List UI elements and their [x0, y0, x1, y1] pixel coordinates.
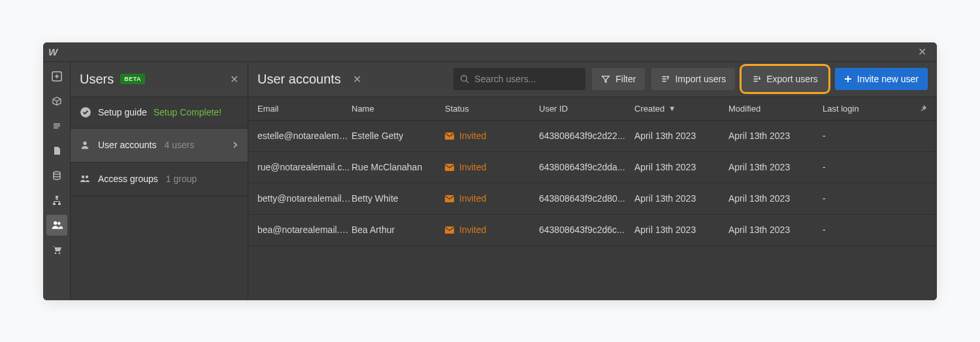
close-icon[interactable]: ✕ — [913, 43, 932, 61]
panel-close-icon[interactable]: ✕ — [230, 73, 238, 86]
sidebar-item-user-accounts[interactable]: User accounts 4 users — [71, 129, 248, 163]
status-text: Invited — [459, 225, 486, 235]
svg-rect-2 — [56, 196, 58, 198]
svg-rect-3 — [53, 203, 56, 205]
table-body: estelle@notarealema...Estelle GettyInvit… — [248, 121, 937, 246]
sort-desc-icon: ▼ — [668, 104, 676, 112]
search-icon — [460, 74, 469, 84]
rail-add-icon[interactable] — [46, 66, 67, 87]
search-input-wrapper[interactable] — [453, 68, 585, 90]
cell-status: Invited — [445, 131, 539, 141]
toolbar: User accounts ✕ Filter — [248, 62, 937, 97]
invite-user-button[interactable]: Invite new user — [835, 68, 928, 90]
nav-count: 1 group — [166, 174, 197, 184]
plus-icon — [844, 75, 852, 83]
table-row[interactable]: betty@notarealemail....Betty WhiteInvite… — [248, 183, 937, 215]
col-modified[interactable]: Modified — [728, 104, 823, 114]
col-status[interactable]: Status — [445, 104, 539, 114]
import-label: Import users — [675, 74, 726, 84]
cell-name: Betty White — [351, 193, 445, 204]
cell-user-id: 643808643f9c2d22... — [539, 131, 634, 141]
col-user-id[interactable]: User ID — [539, 104, 634, 114]
svg-point-13 — [461, 76, 467, 82]
svg-point-5 — [54, 221, 57, 224]
cell-created: April 13th 2023 — [634, 131, 728, 141]
cell-created: April 13th 2023 — [634, 162, 728, 172]
invite-label: Invite new user — [857, 74, 919, 84]
setup-guide-row[interactable]: Setup guide Setup Complete! — [71, 97, 248, 129]
nav-label: User accounts — [98, 140, 156, 150]
cell-name: Rue McClanahan — [351, 162, 445, 172]
cell-email: betty@notarealemail.... — [257, 193, 351, 204]
svg-point-6 — [57, 221, 61, 225]
cell-status: Invited — [445, 162, 539, 172]
col-name[interactable]: Name — [351, 104, 445, 114]
svg-point-12 — [86, 176, 88, 178]
check-circle-icon — [80, 106, 91, 118]
rail-cart-icon[interactable] — [46, 240, 67, 260]
cell-modified: April 13th 2023 — [728, 225, 823, 235]
svg-point-11 — [82, 176, 84, 178]
filter-button[interactable]: Filter — [592, 68, 645, 90]
cell-email: bea@notarealemail.c... — [257, 225, 351, 235]
panel-header: Users BETA ✕ — [71, 62, 248, 97]
status-text: Invited — [459, 162, 486, 172]
filter-label: Filter — [615, 74, 636, 84]
sidebar-item-access-groups[interactable]: Access groups 1 group — [71, 163, 248, 196]
cell-status: Invited — [445, 225, 539, 235]
cell-created: April 13th 2023 — [634, 225, 728, 235]
cell-status: Invited — [445, 193, 539, 204]
table-row[interactable]: estelle@notarealema...Estelle GettyInvit… — [248, 121, 937, 152]
panel-title: Users — [80, 72, 114, 87]
rail-sitemap-icon[interactable] — [46, 190, 67, 211]
export-label: Export users — [766, 74, 818, 84]
rail-database-icon[interactable] — [46, 165, 67, 186]
cell-email: estelle@notarealema... — [257, 131, 351, 141]
rail-page-icon[interactable] — [46, 140, 67, 161]
svg-point-7 — [54, 252, 56, 254]
svg-point-1 — [54, 172, 60, 174]
table-row[interactable]: rue@notarealemail.c...Rue McClanahanInvi… — [248, 152, 937, 183]
cell-user-id: 643808643f9c2d6c... — [539, 225, 634, 235]
col-created[interactable]: Created ▼ — [634, 104, 728, 114]
table-row[interactable]: bea@notarealemail.c...Bea ArthurInvited6… — [248, 215, 937, 246]
rail-list-icon[interactable] — [46, 116, 67, 136]
export-icon — [752, 74, 761, 84]
svg-point-10 — [83, 142, 86, 145]
rail-users-icon[interactable] — [46, 215, 67, 236]
cell-name: Bea Arthur — [351, 225, 445, 235]
import-users-button[interactable]: Import users — [651, 68, 735, 90]
titlebar: W ✕ — [43, 42, 937, 62]
app-window: W ✕ — [43, 42, 937, 300]
export-users-button[interactable]: Export users — [742, 66, 828, 92]
pin-icon[interactable] — [919, 104, 928, 113]
tab-close-icon[interactable]: ✕ — [350, 73, 364, 86]
cell-user-id: 643808643f9c2dda... — [539, 162, 634, 172]
col-email[interactable]: Email — [257, 104, 351, 114]
envelope-icon — [445, 195, 454, 202]
cell-modified: April 13th 2023 — [728, 193, 823, 204]
nav-label: Access groups — [98, 174, 158, 184]
nav-count: 4 users — [164, 140, 194, 150]
svg-point-8 — [58, 252, 60, 254]
left-rail — [43, 62, 71, 300]
group-icon — [80, 174, 90, 183]
envelope-icon — [445, 226, 454, 234]
svg-rect-4 — [58, 203, 61, 205]
cell-last-login: - — [823, 193, 892, 204]
col-last-login[interactable]: Last login — [823, 104, 892, 114]
page-title: User accounts — [257, 72, 341, 87]
users-panel: Users BETA ✕ Setup guide Setup Complete!… — [71, 62, 248, 300]
chevron-right-icon — [232, 142, 238, 148]
cell-modified: April 13th 2023 — [728, 131, 823, 141]
import-icon — [661, 74, 670, 84]
filter-icon — [601, 74, 610, 84]
table-header: Email Name Status User ID Created ▼ Modi… — [248, 97, 937, 121]
cell-created: April 13th 2023 — [634, 193, 728, 204]
user-icon — [80, 140, 90, 149]
status-text: Invited — [459, 193, 486, 204]
search-input[interactable] — [474, 74, 579, 84]
cell-name: Estelle Getty — [351, 131, 445, 141]
cell-email: rue@notarealemail.c... — [257, 162, 351, 172]
rail-box-icon[interactable] — [46, 91, 67, 112]
